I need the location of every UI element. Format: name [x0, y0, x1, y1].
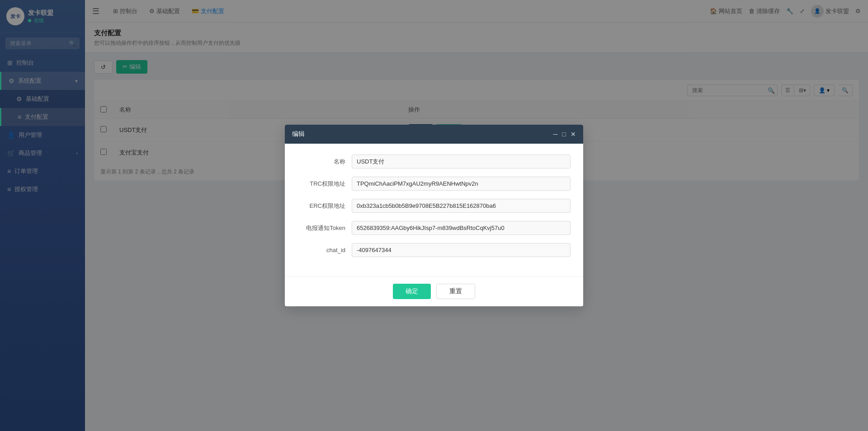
field-input-token[interactable] [352, 221, 571, 235]
field-label-trc: TRC权限地址 [297, 180, 352, 188]
modal-minimize-button[interactable]: ─ [553, 131, 558, 138]
modal-footer: 确定 重置 [285, 276, 583, 306]
form-row-erc: ERC权限地址 [297, 199, 571, 213]
form-row-name: 名称 [297, 155, 571, 169]
edit-modal: 编辑 ─ □ ✕ 名称 TRC权限地址 ERC权限地址 电报通知Token [285, 125, 583, 306]
field-input-trc[interactable] [352, 177, 571, 191]
form-row-trc: TRC权限地址 [297, 177, 571, 191]
field-input-chatid[interactable] [352, 243, 571, 257]
modal-reset-button[interactable]: 重置 [436, 284, 475, 299]
modal-confirm-button[interactable]: 确定 [393, 284, 431, 299]
form-row-chatid: chat_id [297, 243, 571, 257]
modal-body: 名称 TRC权限地址 ERC权限地址 电报通知Token chat_id [285, 144, 583, 276]
modal-maximize-button[interactable]: □ [562, 131, 566, 138]
field-label-chatid: chat_id [297, 247, 352, 253]
field-input-name[interactable] [352, 155, 571, 169]
modal-header-actions: ─ □ ✕ [553, 131, 576, 138]
field-label-token: 电报通知Token [297, 224, 352, 232]
form-row-token: 电报通知Token [297, 221, 571, 235]
field-label-erc: ERC权限地址 [297, 202, 352, 210]
modal-close-button[interactable]: ✕ [571, 131, 576, 138]
field-input-erc[interactable] [352, 199, 571, 213]
field-label-name: 名称 [297, 158, 352, 166]
modal-header: 编辑 ─ □ ✕ [285, 125, 583, 144]
modal-overlay: 编辑 ─ □ ✕ 名称 TRC权限地址 ERC权限地址 电报通知Token [0, 0, 868, 431]
modal-title: 编辑 [292, 130, 305, 138]
